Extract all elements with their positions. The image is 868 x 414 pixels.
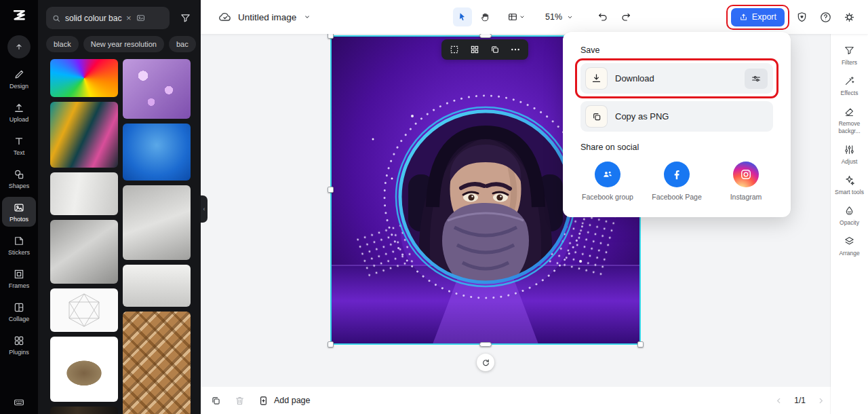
cursor-tool-button[interactable] — [453, 7, 472, 26]
sidebar-item-label: Stickers — [8, 249, 30, 256]
photo-thumbnail-rainbow-spiral[interactable] — [50, 59, 118, 97]
zoom-chevron-down-icon — [566, 13, 574, 22]
photo-thumbnail-dark-strip[interactable] — [50, 407, 118, 414]
photos-icon — [13, 202, 25, 214]
grid-view-button[interactable] — [503, 7, 530, 26]
shapes-icon — [13, 168, 25, 181]
search-box[interactable]: × — [46, 7, 170, 29]
tool-arrange[interactable]: Arrange — [831, 234, 867, 258]
export-button[interactable]: Export — [731, 8, 785, 26]
tool-filters[interactable]: Filters — [831, 43, 867, 67]
app-logo-icon[interactable] — [9, 7, 29, 27]
search-icon — [52, 14, 61, 23]
clear-search-icon[interactable]: × — [126, 14, 132, 22]
tool-opacity[interactable]: Opacity — [831, 204, 867, 227]
add-page-button[interactable]: Add page — [258, 395, 311, 407]
share-facebook-group[interactable]: Facebook group — [582, 162, 633, 202]
copy-as-png-row[interactable]: Copy as PNG — [580, 101, 773, 132]
select-tool-button[interactable] — [445, 41, 464, 58]
sidebar-item-shapes[interactable]: Shapes — [2, 164, 36, 193]
tag-chip[interactable]: New year resolution — [83, 36, 164, 52]
keyboard-shortcuts-button[interactable] — [13, 396, 25, 409]
sidebar-item-frames[interactable]: Frames — [2, 263, 36, 293]
photo-thumbnail-purple-butterflies[interactable] — [123, 59, 191, 119]
title-chevron-down-icon[interactable] — [302, 12, 312, 22]
cloud-sync-icon — [218, 10, 232, 24]
photo-thumbnail-light-gray[interactable] — [123, 265, 191, 307]
settings-gear-button[interactable] — [843, 11, 856, 24]
document-title[interactable]: Untitled image — [238, 12, 296, 22]
feedback-shield-button[interactable] — [795, 11, 808, 24]
panel-collapse-handle[interactable]: ‹ — [201, 195, 208, 223]
photos-panel: × black New year resolution bac — [38, 0, 201, 414]
delete-page-button[interactable] — [234, 395, 245, 407]
sidebar-item-text[interactable]: Text — [2, 130, 36, 160]
remove-background-icon — [844, 106, 855, 117]
replace-button[interactable] — [465, 41, 484, 58]
share-facebook-page[interactable]: Facebook Page — [651, 162, 703, 202]
collage-icon — [13, 301, 25, 314]
instagram-icon — [733, 162, 759, 187]
smart-tools-icon — [844, 174, 855, 186]
previous-page-button[interactable] — [774, 396, 784, 406]
stickers-icon — [13, 235, 25, 247]
resize-handle-se[interactable] — [637, 341, 644, 347]
sidebar-item-plugins[interactable]: Plugins — [2, 330, 36, 360]
photo-thumbnail-white-geometric[interactable] — [50, 288, 118, 332]
download-icon — [586, 68, 607, 89]
photo-thumbnail-gray-concrete[interactable] — [50, 220, 118, 284]
redo-button[interactable] — [616, 7, 635, 26]
tool-remove-background[interactable]: Remove backgr... — [831, 105, 867, 135]
quick-create-button[interactable] — [7, 35, 31, 58]
zoom-control[interactable]: 51% — [540, 12, 580, 22]
photo-thumbnail-rock[interactable] — [50, 337, 118, 402]
tool-smart-tools[interactable]: Smart tools — [831, 173, 867, 197]
duplicate-page-button[interactable] — [210, 395, 222, 407]
resize-handle-sw[interactable] — [328, 341, 334, 347]
photo-thumbnail-colorful-abstract[interactable] — [50, 102, 118, 168]
sidebar-item-label: Plugins — [9, 349, 29, 356]
hand-tool-button[interactable] — [476, 7, 495, 26]
sidebar-item-stickers[interactable]: Stickers — [2, 230, 36, 260]
plugins-icon — [13, 335, 25, 347]
sidebar-item-label: Collage — [9, 316, 30, 322]
sidebar-item-design[interactable]: Design — [2, 64, 36, 94]
tool-adjust[interactable]: Adjust — [831, 143, 867, 166]
download-row[interactable]: Download — [580, 63, 773, 94]
more-options-button[interactable] — [506, 41, 525, 58]
photo-thumbnail-gray-smooth[interactable] — [50, 172, 118, 215]
sidebar-item-photos[interactable]: Photos — [2, 197, 36, 227]
filter-button[interactable] — [175, 8, 195, 29]
download-settings-button[interactable] — [745, 69, 768, 89]
sidebar-item-upload[interactable]: Upload — [2, 97, 36, 127]
top-bar: Untitled image 51% Export — [201, 0, 868, 34]
add-page-icon — [258, 395, 269, 407]
resize-handle-s[interactable] — [479, 342, 492, 347]
photo-thumbnail-blue-texture[interactable] — [123, 124, 191, 181]
adjust-icon — [844, 144, 855, 155]
share-instagram[interactable]: Instagram — [720, 162, 772, 202]
page-indicator: 1/1 — [794, 396, 806, 405]
image-search-icon[interactable] — [136, 13, 146, 23]
resize-handle-w[interactable] — [328, 187, 334, 193]
next-page-button[interactable] — [816, 396, 826, 406]
sidebar-item-collage[interactable]: Collage — [2, 297, 36, 326]
search-input[interactable] — [65, 14, 122, 23]
photo-grid — [38, 59, 201, 414]
share-heading: Share on social — [580, 143, 773, 152]
resize-handle-n[interactable] — [479, 33, 492, 38]
zoom-level: 51% — [545, 12, 562, 22]
tag-chip[interactable]: black — [46, 36, 79, 52]
undo-button[interactable] — [593, 7, 612, 26]
filter-icon — [180, 12, 191, 24]
duplicate-button[interactable] — [486, 41, 505, 58]
photo-thumbnail-gray-texture[interactable] — [123, 185, 191, 260]
rotate-handle[interactable] — [477, 354, 494, 371]
tool-effects[interactable]: Effects — [831, 74, 867, 98]
save-heading: Save — [580, 45, 773, 55]
export-icon — [739, 13, 748, 22]
tag-chip[interactable]: bac — [169, 36, 196, 52]
frames-icon — [13, 268, 25, 280]
help-button[interactable] — [819, 11, 832, 24]
photo-thumbnail-wood-lattice[interactable] — [123, 312, 191, 414]
